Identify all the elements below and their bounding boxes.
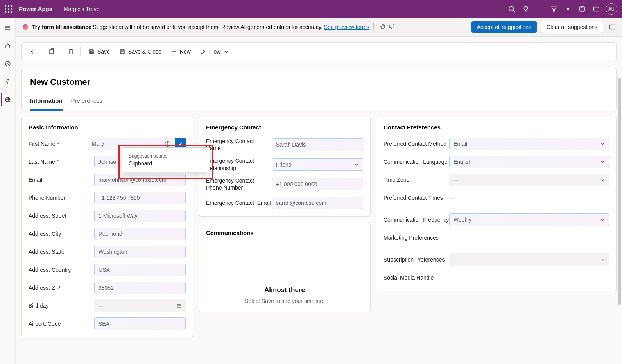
form-tabs: Information Preferences bbox=[30, 97, 608, 111]
thumbs-up-icon[interactable] bbox=[379, 23, 385, 31]
timezone-select[interactable]: --- bbox=[449, 174, 609, 186]
environment-name[interactable]: Margie's Travel bbox=[64, 6, 100, 12]
svg-rect-31 bbox=[177, 304, 181, 308]
add-icon[interactable] bbox=[533, 2, 547, 16]
gear-icon[interactable] bbox=[561, 2, 575, 16]
emergency-contact-card: Emergency Contact Emergency Contact: Nam… bbox=[199, 117, 371, 217]
save-close-button[interactable]: Save & Close bbox=[115, 46, 165, 57]
communications-card: Communications Almost there Select Save … bbox=[199, 222, 371, 312]
frequency-select[interactable]: Weekly bbox=[449, 213, 609, 226]
callout-label: Suggestion source bbox=[129, 153, 204, 159]
clipboard-icon[interactable] bbox=[65, 46, 76, 57]
scrollbar[interactable] bbox=[618, 78, 621, 360]
ec-name-input[interactable] bbox=[272, 138, 363, 151]
preview-terms-link[interactable]: See preview terms bbox=[324, 24, 369, 30]
svg-point-7 bbox=[8, 11, 9, 13]
field-contact-method: Preferred Contact Method Email bbox=[384, 138, 609, 150]
svg-point-0 bbox=[5, 5, 7, 7]
chevron-down-icon bbox=[600, 257, 605, 262]
field-timezone: Time Zone --- bbox=[384, 174, 609, 186]
hamburger-icon[interactable] bbox=[2, 22, 14, 34]
global-header: Power Apps Margie's Travel AU bbox=[0, 0, 622, 18]
search-icon[interactable] bbox=[505, 2, 519, 16]
chevron-down-icon bbox=[600, 178, 605, 182]
field-airport: Airport: Code bbox=[29, 317, 186, 330]
svg-point-9 bbox=[509, 6, 513, 11]
field-zip: Address: ZIP bbox=[29, 282, 186, 294]
airport-input[interactable] bbox=[94, 317, 186, 330]
contact-method-select[interactable]: Email bbox=[449, 138, 609, 150]
clear-all-button[interactable]: Clear all suggestions bbox=[541, 21, 603, 33]
ec-phone-input[interactable] bbox=[272, 178, 363, 190]
field-phone: Phone Number bbox=[29, 192, 186, 204]
zip-input[interactable] bbox=[94, 282, 186, 294]
ec-relationship-select[interactable]: Friend bbox=[272, 158, 363, 171]
thumbs-down-icon[interactable] bbox=[389, 23, 395, 31]
marketing-value[interactable]: --- bbox=[449, 235, 455, 241]
page-header: New Customer Information Preferences bbox=[21, 68, 617, 111]
field-country: Address: Country bbox=[29, 264, 186, 276]
flow-button[interactable]: Flow bbox=[196, 46, 234, 57]
svg-rect-22 bbox=[609, 25, 615, 29]
panel-toggle-icon[interactable] bbox=[609, 23, 616, 30]
field-birthday: Birthday --- bbox=[29, 299, 186, 312]
calendar-icon bbox=[176, 303, 182, 308]
svg-point-1 bbox=[8, 5, 9, 7]
recent-icon[interactable] bbox=[2, 57, 14, 70]
lightbulb-icon[interactable] bbox=[519, 2, 533, 16]
section-title: Emergency Contact bbox=[206, 124, 363, 131]
svg-rect-24 bbox=[50, 50, 54, 54]
field-ec-name: Emergency Contact: Name bbox=[206, 138, 363, 152]
field-contact-times: Preferred Contact Times --- bbox=[384, 192, 609, 204]
field-email: Email bbox=[29, 174, 186, 186]
field-city: Address: City bbox=[29, 228, 186, 240]
phone-input[interactable] bbox=[94, 192, 186, 204]
section-title: Communications bbox=[206, 230, 363, 236]
filter-icon[interactable] bbox=[547, 2, 561, 16]
user-avatar[interactable]: AU bbox=[606, 3, 617, 15]
app-launcher-icon[interactable] bbox=[5, 5, 13, 13]
info-icon[interactable] bbox=[165, 141, 171, 147]
page-title: New Customer bbox=[30, 77, 608, 87]
home-icon[interactable] bbox=[2, 39, 14, 52]
svg-point-2 bbox=[11, 5, 13, 7]
infobar-message: Suggestions will not be saved until you … bbox=[91, 24, 324, 30]
open-new-window-icon[interactable] bbox=[46, 46, 57, 57]
assistant-icon[interactable] bbox=[589, 2, 603, 16]
social-value[interactable]: --- bbox=[449, 274, 455, 281]
svg-point-6 bbox=[5, 11, 7, 13]
tab-preferences[interactable]: Preferences bbox=[71, 97, 103, 111]
globe-icon[interactable] bbox=[1, 93, 13, 106]
tab-information[interactable]: Information bbox=[30, 97, 63, 111]
content-scroll[interactable]: New Customer Information Preferences Bas… bbox=[16, 61, 622, 364]
language-select[interactable]: English bbox=[449, 156, 609, 168]
section-title: Contact Preferences bbox=[384, 124, 609, 131]
chevron-down-icon bbox=[600, 217, 605, 222]
birthday-input[interactable]: --- bbox=[94, 299, 186, 312]
contact-preferences-card: Contact Preferences Preferred Contact Me… bbox=[376, 117, 617, 291]
state-input[interactable] bbox=[94, 246, 186, 258]
infobar-bold: Try form fill assistance bbox=[32, 24, 91, 30]
svg-rect-25 bbox=[69, 50, 72, 54]
pin-icon[interactable] bbox=[2, 75, 14, 88]
ec-email-input[interactable] bbox=[272, 197, 363, 209]
country-input[interactable] bbox=[94, 264, 186, 276]
field-ec-phone: Emergency Contact: Phone Number bbox=[206, 177, 363, 191]
new-button[interactable]: New bbox=[167, 46, 195, 57]
email-input[interactable] bbox=[94, 174, 186, 186]
help-icon[interactable] bbox=[575, 2, 589, 16]
field-social: Social Media Handle --- bbox=[384, 271, 609, 284]
save-button[interactable]: Save bbox=[84, 46, 114, 57]
subscription-select[interactable]: --- bbox=[449, 253, 609, 266]
back-button[interactable] bbox=[27, 46, 38, 57]
svg-line-10 bbox=[513, 10, 515, 12]
chevron-down-icon bbox=[600, 142, 605, 146]
accept-all-button[interactable]: Accept all suggestions bbox=[471, 21, 537, 33]
street-input[interactable] bbox=[94, 210, 186, 222]
field-state: Address: State bbox=[29, 246, 186, 258]
command-bar: Save Save & Close New Flow bbox=[21, 42, 617, 61]
city-input[interactable] bbox=[94, 228, 186, 240]
svg-point-8 bbox=[11, 11, 13, 13]
contact-times-value[interactable]: --- bbox=[449, 195, 455, 201]
copilot-icon bbox=[22, 23, 29, 30]
